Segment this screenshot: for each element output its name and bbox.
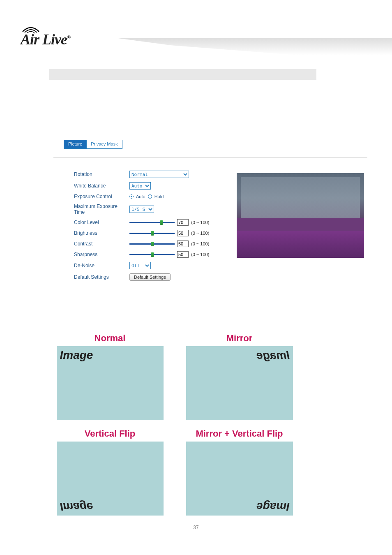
select-denoise[interactable]: Off: [129, 262, 151, 269]
row-denoise: De-Noise Off: [74, 262, 226, 269]
label-rotation: Rotation: [74, 171, 129, 177]
row-max-exposure: Maximum Exposure Time 1/5 S: [74, 204, 226, 215]
label-contrast: Contrast: [74, 241, 129, 247]
video-preview: [237, 173, 364, 258]
row-rotation: Rotation Normal: [74, 171, 226, 178]
row-exposure-control: Exposure Control Auto Hold: [74, 194, 226, 199]
range-contrast: (0 ~ 100): [191, 241, 209, 246]
row-sharpness: Sharpness (0 ~ 100): [74, 251, 226, 258]
word-normal: Image: [60, 349, 93, 362]
header-swoosh: [115, 38, 392, 62]
tab-bar: Picture Privacy Mask: [64, 140, 122, 149]
range-sharpness: (0 ~ 100): [191, 252, 209, 257]
header-gray-bar: [49, 69, 316, 80]
title-mirror: Mirror: [183, 333, 296, 344]
input-sharpness[interactable]: [177, 251, 189, 258]
label-default: Default Settings: [74, 274, 129, 280]
slider-color-level[interactable]: [129, 220, 175, 225]
row-white-balance: White Balance Auto: [74, 182, 226, 190]
row-default: Default Settings Default Settings: [74, 273, 226, 281]
diagram-mirror: Mirror Image: [183, 333, 296, 420]
label-white-balance: White Balance: [74, 183, 129, 189]
radio-exposure-hold[interactable]: [148, 194, 152, 199]
input-brightness[interactable]: [177, 230, 189, 236]
radio-label-auto: Auto: [136, 194, 145, 199]
slider-contrast[interactable]: [129, 241, 175, 247]
range-color-level: (0 ~ 100): [191, 220, 209, 225]
label-exposure-control: Exposure Control: [74, 194, 129, 199]
select-white-balance[interactable]: Auto: [129, 182, 151, 190]
radio-exposure-auto[interactable]: [129, 194, 134, 199]
diagram-normal: Normal Image: [53, 333, 166, 420]
input-color-level[interactable]: [177, 219, 189, 226]
label-brightness: Brightness: [74, 230, 129, 236]
diagram-vflip: Vertical Flip Image: [53, 428, 166, 516]
rotation-diagrams: Normal Image Mirror Image Vertical Flip …: [53, 333, 296, 516]
diagram-mvflip: Mirror + Vertical Flip Image: [183, 428, 296, 516]
tab-privacy-mask[interactable]: Privacy Mask: [87, 140, 122, 148]
title-normal: Normal: [53, 333, 166, 344]
word-mvflip: Image: [256, 500, 290, 513]
page-number: 37: [0, 525, 392, 530]
picture-settings: Rotation Normal White Balance Auto Expos…: [74, 171, 226, 285]
label-sharpness: Sharpness: [74, 252, 129, 257]
logo-text: Air Live®: [21, 31, 70, 48]
slider-brightness[interactable]: [129, 230, 175, 236]
row-contrast: Contrast (0 ~ 100): [74, 240, 226, 247]
title-mvflip: Mirror + Vertical Flip: [183, 428, 296, 439]
label-color-level: Color Level: [74, 220, 129, 225]
label-max-exposure: Maximum Exposure Time: [74, 204, 129, 215]
input-contrast[interactable]: [177, 240, 189, 247]
title-vflip: Vertical Flip: [53, 428, 166, 439]
tab-picture[interactable]: Picture: [64, 140, 87, 148]
word-mirror: Image: [256, 349, 290, 362]
select-max-exposure[interactable]: 1/5 S: [129, 206, 154, 213]
tabs-divider: [53, 157, 367, 157]
label-denoise: De-Noise: [74, 263, 129, 268]
select-rotation[interactable]: Normal: [129, 171, 189, 178]
range-brightness: (0 ~ 100): [191, 231, 209, 236]
radio-label-hold: Hold: [154, 194, 164, 199]
word-vflip: Image: [60, 500, 93, 513]
row-color-level: Color Level (0 ~ 100): [74, 219, 226, 226]
brand-logo: Air Live®: [21, 23, 107, 47]
slider-sharpness[interactable]: [129, 252, 175, 257]
default-settings-button[interactable]: Default Settings: [129, 273, 171, 281]
row-brightness: Brightness (0 ~ 100): [74, 230, 226, 236]
